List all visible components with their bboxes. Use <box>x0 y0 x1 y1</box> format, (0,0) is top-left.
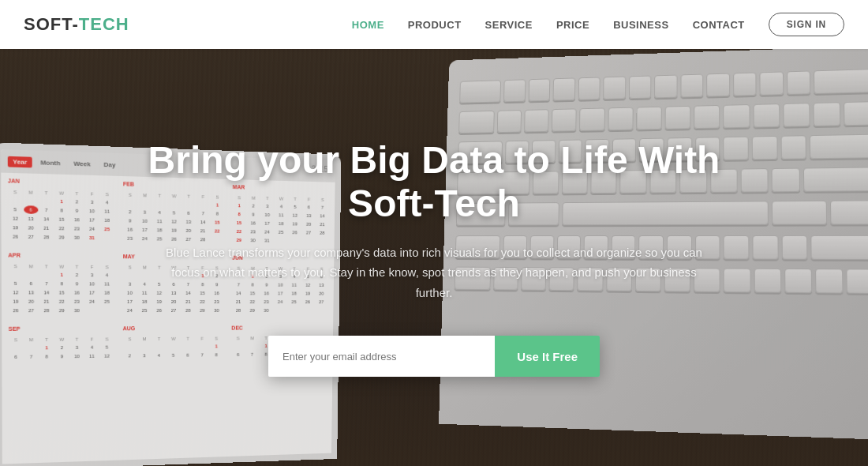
hero-section: Year Month Week Day JAN SMTWTFS 1234 567… <box>0 0 868 466</box>
logo[interactable]: SOFT-TECH <box>24 14 129 35</box>
nav-service[interactable]: SERVICE <box>485 19 533 31</box>
email-input[interactable] <box>268 336 495 377</box>
signin-button[interactable]: SIGN IN <box>769 13 844 36</box>
nav: HOME PRODUCT SERVICE PRICE BUSINESS CONT… <box>352 13 844 36</box>
cta-form: Use It Free <box>268 336 600 377</box>
hero-subtitle: Blue Lance transforms your company's dat… <box>166 242 702 303</box>
nav-product[interactable]: PRODUCT <box>408 19 462 31</box>
use-free-button[interactable]: Use It Free <box>495 336 600 377</box>
header: SOFT-TECH HOME PRODUCT SERVICE PRICE BUS… <box>0 0 868 49</box>
nav-home[interactable]: HOME <box>352 19 384 31</box>
hero-title: Bring your Big Data to Life With Soft-Te… <box>118 138 750 225</box>
hero-content: Bring your Big Data to Life With Soft-Te… <box>0 49 868 466</box>
nav-price[interactable]: PRICE <box>556 19 589 31</box>
logo-suffix: TECH <box>79 14 129 34</box>
nav-business[interactable]: BUSINESS <box>613 19 668 31</box>
nav-contact[interactable]: CONTACT <box>693 19 745 31</box>
logo-prefix: SOFT- <box>24 14 79 34</box>
